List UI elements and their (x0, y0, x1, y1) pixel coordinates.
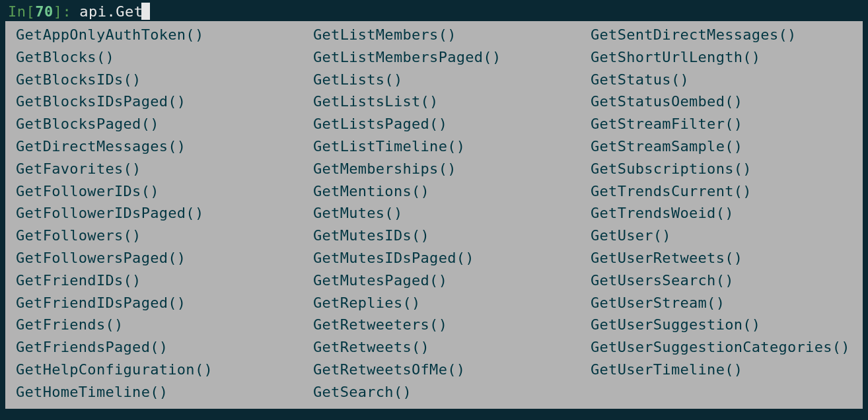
completion-item[interactable]: GetUserTimeline() (591, 359, 852, 381)
completion-item[interactable]: GetAppOnlyAuthToken() (16, 24, 295, 46)
completion-item[interactable]: GetReplies() (313, 292, 573, 314)
completion-item[interactable]: GetDirectMessages() (16, 135, 295, 158)
completion-item[interactable]: GetListMembers() (313, 24, 573, 46)
completion-item[interactable]: GetTrendsCurrent() (591, 180, 852, 203)
completion-item[interactable]: GetFollowerIDsPaged() (16, 202, 295, 225)
completion-item[interactable]: GetStreamFilter() (591, 113, 852, 135)
completion-item[interactable]: GetStreamSample() (591, 135, 852, 158)
prompt-close-bracket: ] (54, 3, 63, 20)
completion-item[interactable]: GetFavorites() (16, 158, 295, 180)
completion-item[interactable]: GetUserStream() (591, 292, 852, 314)
completion-item[interactable]: GetListTimeline() (313, 135, 573, 158)
completion-column-3: GetSentDirectMessages()GetShortUrlLength… (573, 24, 852, 403)
prompt-number: 70 (35, 3, 54, 20)
completion-item[interactable]: GetBlocksIDsPaged() (16, 90, 295, 113)
completion-item[interactable]: GetListsList() (313, 90, 573, 113)
completion-item[interactable]: GetMutesIDsPaged() (313, 247, 573, 269)
ipython-prompt[interactable]: In [70]: api.Get (5, 3, 863, 20)
autocomplete-popup[interactable]: GetAppOnlyAuthToken()GetBlocks()GetBlock… (5, 21, 863, 409)
completion-item[interactable]: GetStatusOembed() (591, 90, 852, 113)
completion-item[interactable]: GetSentDirectMessages() (591, 24, 852, 46)
completion-item[interactable]: GetFriendIDs() (16, 269, 295, 292)
completion-item[interactable]: GetUser() (591, 225, 852, 247)
completion-item[interactable]: GetHomeTimeline() (16, 381, 295, 403)
completion-item[interactable]: GetMutesIDs() (313, 225, 573, 247)
completion-item[interactable]: GetFollowerIDs() (16, 180, 295, 203)
input-text[interactable]: api.Get (79, 3, 143, 20)
completion-item[interactable]: GetMutesPaged() (313, 269, 573, 292)
completion-item[interactable]: GetBlocksIDs() (16, 69, 295, 91)
completion-item[interactable]: GetUserSuggestion() (591, 314, 852, 336)
text-cursor (141, 3, 150, 20)
completion-column-1: GetAppOnlyAuthToken()GetBlocks()GetBlock… (16, 24, 295, 403)
completion-item[interactable]: GetFriends() (16, 314, 295, 336)
completion-item[interactable]: GetFollowersPaged() (16, 247, 295, 269)
completion-item[interactable]: GetFollowers() (16, 225, 295, 247)
completion-item[interactable]: GetSubscriptions() (591, 158, 852, 180)
prompt-colon: : (63, 3, 72, 20)
prompt-open-bracket: [ (26, 3, 36, 20)
completion-item[interactable]: GetListsPaged() (313, 113, 573, 135)
completion-item[interactable]: GetFriendsPaged() (16, 336, 295, 359)
completion-item[interactable]: GetStatus() (591, 69, 852, 91)
completion-item[interactable]: GetUserSuggestionCategories() (591, 336, 852, 359)
completion-item[interactable]: GetShortUrlLength() (591, 46, 852, 69)
completion-item[interactable]: GetBlocksPaged() (16, 113, 295, 135)
completion-item[interactable]: GetSearch() (313, 381, 573, 403)
completion-item[interactable]: GetFriendIDsPaged() (16, 292, 295, 314)
completion-item[interactable]: GetMemberships() (313, 158, 573, 180)
completion-item[interactable]: GetRetweeters() (313, 314, 573, 336)
completion-item[interactable]: GetLists() (313, 69, 573, 91)
completion-item[interactable]: GetListMembersPaged() (313, 46, 573, 69)
completion-item[interactable]: GetTrendsWoeid() (591, 202, 852, 225)
completion-item[interactable]: GetHelpConfiguration() (16, 359, 295, 381)
completion-column-2: GetListMembers()GetListMembersPaged()Get… (295, 24, 573, 403)
completion-item[interactable]: GetMutes() (313, 202, 573, 225)
completion-item[interactable]: GetUserRetweets() (591, 247, 852, 269)
completion-item[interactable]: GetRetweetsOfMe() (313, 359, 573, 381)
prompt-in-label: In (8, 3, 26, 20)
completion-item[interactable]: GetBlocks() (16, 46, 295, 69)
completion-item[interactable]: GetMentions() (313, 180, 573, 203)
completion-item[interactable]: GetUsersSearch() (591, 269, 852, 292)
completion-item[interactable]: GetRetweets() (313, 336, 573, 359)
